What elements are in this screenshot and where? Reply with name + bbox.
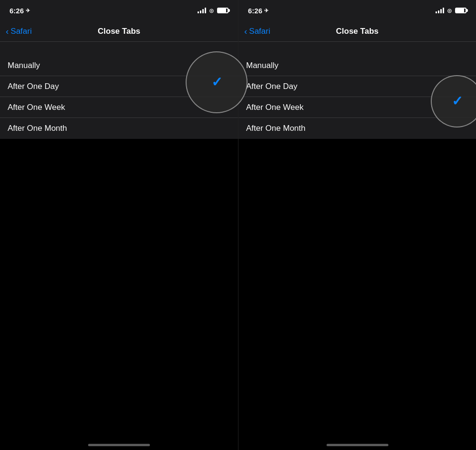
status-icons-left: ⊛ [198, 7, 228, 14]
nav-bar-right: ‹ Safari Close Tabs [238, 21, 476, 42]
list-item-text-afteronemonth-left: After One Month [8, 124, 230, 133]
checkmark-right: ✓ [452, 95, 463, 108]
status-bar-right: 6:26 ✈ ⊛ [238, 0, 476, 21]
section-header-right [238, 42, 476, 55]
zoom-circle-left: ✓ [186, 51, 248, 113]
nav-bar-left: ‹ Safari Close Tabs [0, 21, 238, 42]
right-phone-panel: 6:26 ✈ ⊛ ‹ Safari Close Tabs Manually Af… [238, 0, 476, 450]
signal-bars-right [436, 8, 444, 13]
list-item-text-manually-right: Manually [246, 61, 468, 70]
checkmark-left: ✓ [211, 76, 222, 89]
list-item-text-afteronemonth-right: After One Month [246, 124, 468, 133]
list-item-afteronemonth-left[interactable]: After One Month [0, 118, 238, 139]
time-text-left: 6:26 [10, 7, 24, 15]
status-bar-left: 6:26 ✈ ⊛ [0, 0, 238, 21]
back-button-right[interactable]: ‹ Safari [244, 27, 270, 36]
battery-icon-left [217, 8, 228, 13]
list-item-manually-right[interactable]: Manually [238, 55, 476, 76]
back-button-left[interactable]: ‹ Safari [6, 27, 32, 36]
wifi-icon-right: ⊛ [447, 7, 452, 14]
time-text-right: 6:26 [248, 7, 262, 15]
back-chevron-left: ‹ [6, 27, 9, 36]
section-header-left [0, 42, 238, 55]
battery-icon-right [455, 8, 466, 13]
status-icons-right: ⊛ [436, 7, 466, 14]
left-phone-panel: 6:26 ✈ ⊛ ‹ Safari Close Tabs Manually Af… [0, 0, 238, 450]
status-time-right: 6:26 ✈ [248, 7, 268, 15]
signal-bars-left [198, 8, 206, 13]
wifi-icon-left: ⊛ [209, 7, 214, 14]
status-time-left: 6:26 ✈ [10, 7, 30, 15]
nav-title-left: Close Tabs [98, 27, 140, 36]
back-chevron-right: ‹ [244, 27, 247, 36]
nav-title-right: Close Tabs [336, 27, 378, 36]
location-arrow-left: ✈ [26, 8, 30, 14]
back-label-left[interactable]: Safari [10, 27, 31, 36]
home-indicator-right [327, 444, 388, 446]
location-arrow-right: ✈ [264, 8, 268, 14]
back-label-right[interactable]: Safari [249, 27, 270, 36]
home-indicator-left [88, 444, 150, 446]
